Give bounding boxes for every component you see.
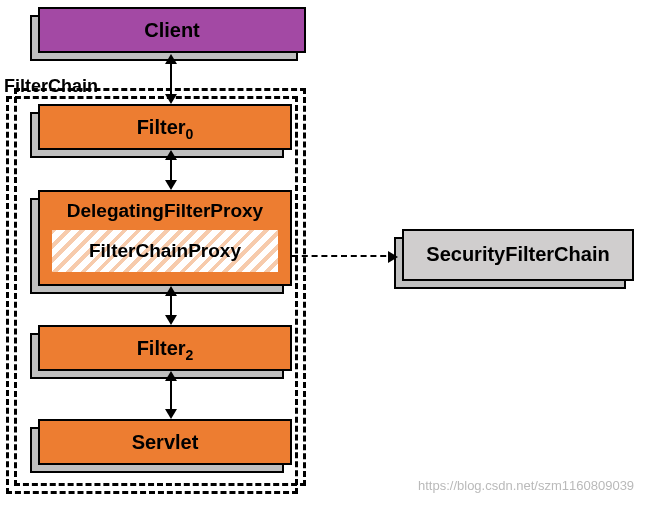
servlet-box: Servlet (38, 419, 292, 465)
watermark-text: https://blog.csdn.net/szm1160809039 (418, 478, 634, 493)
servlet-label: Servlet (132, 431, 199, 453)
delegating-box: DelegatingFilterProxy FilterChainProxy (38, 190, 292, 286)
arrow-delegating-filter2 (170, 288, 172, 323)
filter2-box: Filter2 (38, 325, 292, 371)
filter2-label-sub: 2 (186, 347, 194, 363)
delegating-label: DelegatingFilterProxy (40, 192, 290, 228)
client-box: Client (38, 7, 306, 53)
filterchainproxy-label: FilterChainProxy (89, 240, 241, 261)
securitychain-box: SecurityFilterChain (402, 229, 634, 281)
filter0-label-base: Filter (137, 116, 186, 138)
arrow-filter2-servlet (170, 373, 172, 417)
arrow-filter0-delegating (170, 152, 172, 188)
filter0-box: Filter0 (38, 104, 292, 150)
securitychain-label: SecurityFilterChain (426, 243, 609, 265)
arrow-client-filter0 (170, 56, 172, 102)
filterchain-label: FilterChain (4, 76, 98, 97)
filter0-label-sub: 0 (186, 126, 194, 142)
client-label: Client (144, 19, 200, 41)
filter2-label-base: Filter (137, 337, 186, 359)
arrow-fcp-securitychain (292, 255, 396, 257)
filterchainproxy-box: FilterChainProxy (50, 228, 280, 274)
